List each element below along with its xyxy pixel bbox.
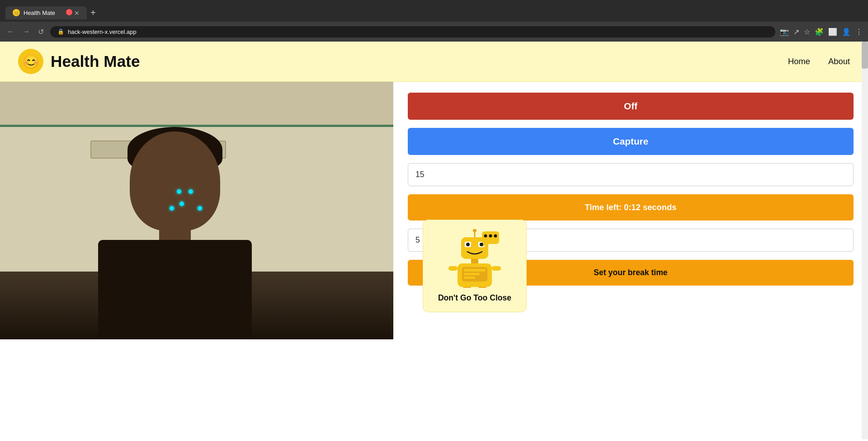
face-dot-3 <box>179 202 184 206</box>
app-title: Health Mate <box>51 52 140 70</box>
svg-rect-18 <box>463 287 471 288</box>
app-logo-area: 😊 Health Mate <box>18 49 140 74</box>
refresh-button[interactable]: ↺ <box>36 26 46 38</box>
browser-toolbar-icons: 📷 ↗ ☆ 🧩 ⬜ 👤 ⋮ <box>780 28 863 36</box>
robot-card: Don't Go Too Close <box>423 220 527 312</box>
tab-close-dot <box>66 9 72 15</box>
interval-input[interactable] <box>408 163 854 186</box>
share-icon[interactable]: ↗ <box>793 28 799 36</box>
content-area: Off Capture Time left: 0:12 seconds Set … <box>0 82 868 339</box>
sidebar-icon[interactable]: ⬜ <box>828 28 837 36</box>
new-tab-button[interactable]: + <box>90 8 96 18</box>
bookmark-icon[interactable]: ☆ <box>804 28 810 36</box>
browser-chrome: 😊 Health Mate ✕ + ← → ↺ 🔒 hack-western-x… <box>0 0 868 42</box>
app-nav: Home About <box>788 56 850 66</box>
url-text: hack-western-x.vercel.app <box>68 28 137 35</box>
address-bar-row: ← → ↺ 🔒 hack-western-x.vercel.app 📷 ↗ ☆ … <box>0 22 868 42</box>
tab-title: Health Mate <box>24 9 55 16</box>
svg-rect-19 <box>478 287 486 288</box>
svg-rect-21 <box>492 266 501 271</box>
svg-point-5 <box>466 243 470 246</box>
address-bar[interactable]: 🔒 hack-western-x.vercel.app <box>50 26 775 38</box>
svg-rect-7 <box>482 231 499 244</box>
svg-point-9 <box>489 235 492 238</box>
svg-point-8 <box>484 235 487 238</box>
tab-bar: 😊 Health Mate ✕ + <box>0 0 868 22</box>
svg-rect-12 <box>471 259 478 263</box>
extensions-icon[interactable]: 🧩 <box>815 28 824 36</box>
nav-about[interactable]: About <box>828 56 850 66</box>
back-button[interactable]: ← <box>5 26 16 38</box>
nav-home[interactable]: Home <box>788 56 810 66</box>
robot-illustration <box>448 229 502 288</box>
app-header: 😊 Health Mate Home About <box>0 42 868 82</box>
face-dot-1 <box>177 189 181 194</box>
tab-favicon: 😊 <box>13 9 20 16</box>
lock-icon: 🔒 <box>57 28 64 35</box>
timer-button[interactable]: Time left: 0:12 seconds <box>408 194 854 220</box>
camera-section <box>0 82 393 339</box>
svg-point-10 <box>494 235 497 238</box>
scrollbar[interactable] <box>862 42 868 339</box>
active-tab[interactable]: 😊 Health Mate ✕ <box>5 6 87 19</box>
svg-rect-17 <box>464 277 475 279</box>
svg-rect-15 <box>464 269 486 272</box>
svg-rect-16 <box>464 273 480 275</box>
menu-icon[interactable]: ⋮ <box>855 28 863 36</box>
scrollbar-thumb[interactable] <box>862 42 868 69</box>
svg-rect-20 <box>448 266 458 271</box>
face-dot-5 <box>198 206 202 211</box>
profile-icon[interactable]: 👤 <box>842 28 851 36</box>
tab-close-button[interactable]: ✕ <box>66 9 80 17</box>
person <box>66 131 283 339</box>
face-dot-2 <box>189 189 193 194</box>
camera-feed <box>0 82 393 339</box>
app-logo: 😊 <box>18 49 43 74</box>
person-head <box>130 131 220 231</box>
camera-icon[interactable]: 📷 <box>780 28 789 36</box>
robot-caption: Don't Go Too Close <box>438 293 511 303</box>
person-body <box>98 240 252 339</box>
face-dot-4 <box>170 206 174 211</box>
capture-button[interactable]: Capture <box>408 128 854 155</box>
forward-button[interactable]: → <box>21 26 32 38</box>
room-ceiling <box>0 82 393 127</box>
svg-point-1 <box>473 229 476 232</box>
off-button[interactable]: Off <box>408 93 854 120</box>
